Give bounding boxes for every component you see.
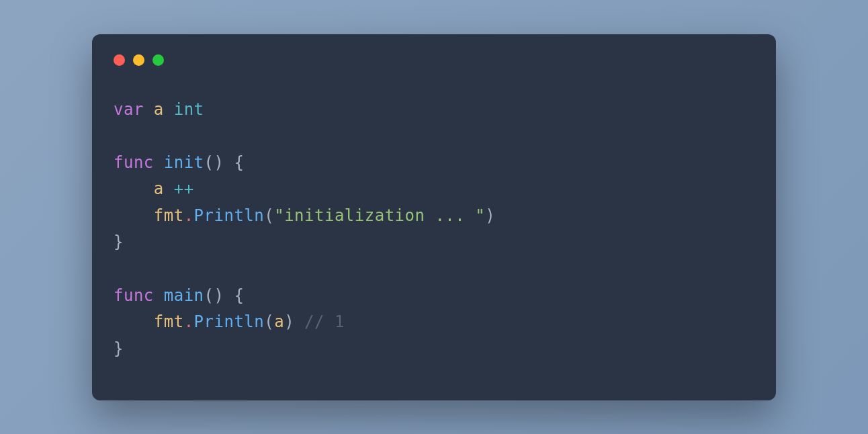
func-init: init (164, 153, 204, 172)
identifier-a: a (154, 179, 164, 198)
paren-close: ) (485, 206, 495, 225)
dot: . (184, 206, 194, 225)
keyword-func: func (114, 153, 154, 172)
string-literal: "initialization ... " (274, 206, 485, 225)
func-println: Println (194, 312, 265, 331)
brace-open: { (224, 153, 244, 172)
type-int: int (174, 100, 204, 119)
paren-open: ( (264, 312, 274, 331)
identifier-fmt: fmt (154, 312, 184, 331)
indent (114, 206, 154, 225)
brace-open: { (224, 286, 244, 305)
minimize-icon[interactable] (133, 54, 144, 66)
maximize-icon[interactable] (153, 54, 164, 66)
code-window: var a int func init() { a ++ fmt.Println… (92, 34, 776, 400)
identifier-a: a (154, 100, 164, 119)
parens: () (204, 286, 224, 305)
operator-increment: ++ (164, 179, 194, 198)
comment: // 1 (294, 312, 345, 331)
identifier-a: a (274, 312, 284, 331)
window-controls (114, 54, 754, 66)
brace-close: } (114, 339, 124, 358)
indent (114, 312, 154, 331)
code-block: var a int func init() { a ++ fmt.Println… (114, 97, 754, 363)
dot: . (184, 312, 194, 331)
paren-close: ) (284, 312, 294, 331)
identifier-fmt: fmt (154, 206, 184, 225)
keyword-var: var (114, 100, 144, 119)
func-println: Println (194, 206, 265, 225)
close-icon[interactable] (114, 54, 125, 66)
keyword-func: func (114, 286, 154, 305)
brace-close: } (114, 232, 124, 251)
paren-open: ( (264, 206, 274, 225)
parens: () (204, 153, 224, 172)
indent (114, 179, 154, 198)
func-main: main (164, 286, 204, 305)
